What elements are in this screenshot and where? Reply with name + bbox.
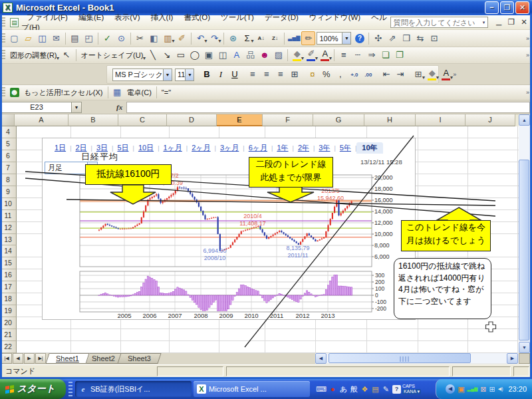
column-header-I[interactable]: I <box>416 114 466 126</box>
email-icon[interactable]: ✉ <box>49 31 63 45</box>
autosum-icon[interactable]: Σ▼ <box>240 31 254 45</box>
question-dropdown-icon[interactable]: ▾ <box>483 20 485 25</box>
rectangle-icon[interactable]: ▭ <box>174 49 188 63</box>
decrease-indent-icon[interactable]: ⇤ <box>379 68 393 82</box>
drawing-icon[interactable]: ✏ <box>301 31 315 45</box>
undo-icon[interactable]: ↶▼ <box>194 31 207 45</box>
row-header-18[interactable]: 18 <box>0 293 17 305</box>
column-header-J[interactable]: J <box>466 114 515 126</box>
tray-wireless-icon[interactable]: ⊞ <box>489 385 495 394</box>
column-header-G[interactable]: G <box>313 114 364 126</box>
nodes-icon[interactable]: ⇗ <box>385 31 399 45</box>
callout-resistance[interactable]: 抵抗線16100円 <box>85 164 172 185</box>
horizontal-scroll-thumb[interactable] <box>329 353 471 363</box>
tray-signal-icon[interactable]: ▂▄▆ <box>467 386 478 392</box>
vertical-scroll-thumb[interactable] <box>519 160 529 340</box>
font-color-icon[interactable]: A▼ <box>318 49 332 63</box>
row-header-4[interactable]: 4 <box>0 126 17 138</box>
column-header-A[interactable]: A <box>15 114 68 126</box>
start-button[interactable]: スタート <box>0 379 66 399</box>
fill-color-icon[interactable]: ◆▼ <box>290 49 304 63</box>
scroll-up-icon[interactable]: ▲ <box>519 114 530 126</box>
row-header-21[interactable]: 21 <box>0 329 17 341</box>
column-header-C[interactable]: C <box>118 114 167 126</box>
minimize-button[interactable]: − <box>485 1 499 14</box>
ime-mode-hiragana[interactable]: あ <box>339 384 348 394</box>
row-header-9[interactable]: 9 <box>0 186 17 198</box>
sheet-nav-next-icon[interactable]: ▶ <box>24 353 35 364</box>
oval-icon[interactable]: ◯ <box>188 49 201 63</box>
open-folder-icon[interactable]: ▱ <box>21 31 35 45</box>
row-header-16[interactable]: 16 <box>0 269 17 281</box>
ime-ball-icon[interactable]: ● <box>329 385 337 393</box>
row-header-20[interactable]: 20 <box>0 317 17 329</box>
name-box-dropdown-icon[interactable]: ▼ <box>72 102 82 113</box>
wb-restore-button[interactable]: ❐ <box>506 17 517 27</box>
flow-icon[interactable]: ⊡ <box>427 31 441 45</box>
restore-button[interactable]: ❐ <box>500 1 514 14</box>
tray-network-error-icon[interactable]: ⊠ <box>480 385 486 394</box>
scroll-down-icon[interactable]: ▼ <box>519 342 530 353</box>
snap-icon[interactable]: ✣ <box>371 31 385 45</box>
zoom-combo[interactable]: 100%▼ <box>317 32 351 45</box>
name-box[interactable]: E23 <box>1 102 72 113</box>
print-preview-icon[interactable]: ◰ <box>82 31 96 45</box>
calculator-button[interactable]: 電卓(C) <box>124 86 154 100</box>
select-pointer-icon[interactable]: ↖ <box>60 49 74 63</box>
question-input[interactable] <box>392 18 483 27</box>
row-header-22[interactable]: 22 <box>0 341 17 353</box>
tray-volume-icon[interactable]: ◀) <box>498 386 503 392</box>
group-icon[interactable]: ❒ <box>399 31 413 45</box>
callout-breakout[interactable]: このトレンド線を今 月は抜けるでしょう <box>401 220 491 251</box>
line-style-icon[interactable]: ≡ <box>336 49 350 63</box>
align-right-icon[interactable]: ≡ <box>273 68 287 82</box>
close-button[interactable]: ✕ <box>515 1 529 14</box>
horizontal-scrollbar[interactable]: ◀ ▶ <box>315 353 519 364</box>
underline-button[interactable]: U <box>227 68 241 82</box>
line-color-icon[interactable]: ✐▼ <box>304 49 318 63</box>
paste-icon[interactable]: ▥▼ <box>161 31 175 45</box>
formula-input[interactable] <box>126 102 530 113</box>
ime-help-icon[interactable]: ? <box>392 385 401 394</box>
toolbar-overflow-icon[interactable]: » <box>526 89 529 96</box>
fill-color2-icon[interactable]: ◆▼ <box>425 68 439 82</box>
diagram-icon[interactable]: 品 <box>243 49 257 63</box>
keyboard-icon[interactable]: ⌨ <box>316 385 327 394</box>
help-icon[interactable]: ? <box>352 31 366 45</box>
font-name-combo[interactable]: MS Pゴシック▼ <box>112 68 172 81</box>
row-header-11[interactable]: 11 <box>0 210 17 222</box>
toolbar-grip[interactable] <box>2 87 5 98</box>
column-header-F[interactable]: F <box>263 114 313 126</box>
row-header-6[interactable]: 6 <box>0 150 17 162</box>
tray-chevron-icon[interactable]: ◀ <box>446 384 455 394</box>
align-left-icon[interactable]: ≡ <box>245 68 259 82</box>
calculator-icon[interactable]: ▦ <box>110 86 124 100</box>
font-color2-icon[interactable]: A▼ <box>439 68 453 82</box>
row-header-14[interactable]: 14 <box>0 245 17 257</box>
menu-item[interactable]: 編集(E) <box>73 12 109 23</box>
print-icon[interactable]: ▤ <box>68 31 82 45</box>
insert-function-icon[interactable]: fx <box>116 103 122 111</box>
row-header-15[interactable]: 15 <box>0 257 17 269</box>
tray-alert-icon[interactable]: ▣ <box>458 385 464 394</box>
excel-tip-icon[interactable]: ☻ <box>7 86 21 100</box>
note-box[interactable]: 16100円の抵抗線で跳ね返されれば14000円有り4月は怖いですね・窓が下に二… <box>394 258 491 319</box>
toolbar-grip[interactable] <box>2 33 5 44</box>
save-icon[interactable]: ◫ <box>35 31 49 45</box>
chart-wizard-icon[interactable]: ▃▅▇ <box>287 31 301 45</box>
quick-launch-grip[interactable] <box>68 382 72 396</box>
menu-item[interactable]: 書式(O) <box>178 12 215 23</box>
row-header-10[interactable]: 10 <box>0 198 17 210</box>
row-header-7[interactable]: 7 <box>0 162 17 174</box>
toolbar-grip[interactable] <box>2 50 5 61</box>
increase-indent-icon[interactable]: ⇥ <box>393 68 407 82</box>
select-all-corner[interactable] <box>0 114 15 126</box>
question-box[interactable]: ▾ <box>390 17 488 28</box>
italic-button[interactable]: I <box>213 68 227 82</box>
decrease-decimal-icon[interactable]: .00 <box>361 68 375 82</box>
currency-icon[interactable]: ¤ <box>305 68 319 82</box>
row-header-17[interactable]: 17 <box>0 281 17 293</box>
research-icon[interactable]: ⊙ <box>114 31 128 45</box>
sheet-tab-sheet1[interactable]: Sheet1 <box>45 353 89 364</box>
autoshape-button[interactable]: オートシェイプ(U)▼ <box>78 49 146 63</box>
